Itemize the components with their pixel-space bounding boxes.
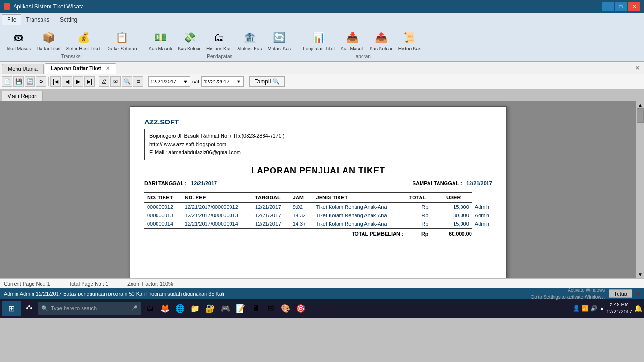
cell-total: 30,000 xyxy=(444,211,472,220)
toolbar-btn-refresh[interactable]: 🔄 xyxy=(25,76,35,87)
cell-user: Admin xyxy=(472,220,492,229)
btn-daftar-setoran[interactable]: 📋 Daftar Setoran xyxy=(104,28,139,53)
maximize-button[interactable]: □ xyxy=(615,2,627,11)
th-tanggal: TANGGAL xyxy=(252,192,290,203)
close-icon-bottom: ✕ xyxy=(636,291,640,297)
taskbar-left: ⊞ 🔍 Type here to search 🎤 🗂 🦊 🌐 📁 🔐 🎮 📝 … xyxy=(2,301,307,316)
report-address: Bojonegoro Jl. Basuki Rahmat No.7 Tlp.(0… xyxy=(149,132,487,140)
taskbar-app-5[interactable]: 🔐 xyxy=(204,302,217,315)
date-from-input[interactable]: 12/21/2017 ▼ xyxy=(148,76,190,87)
taskbar-app-1[interactable]: 🗂 xyxy=(143,302,157,315)
taskbar-app-3[interactable]: 🌐 xyxy=(173,302,187,315)
search-icon: 🔍 xyxy=(272,78,280,85)
daftar-setoran-icon: 📋 xyxy=(113,29,130,46)
toolbar-btn-more[interactable]: ≡ xyxy=(133,76,143,87)
notification-icon[interactable]: 🔔 xyxy=(634,304,642,312)
toolbar-btn-save[interactable]: 💾 xyxy=(13,76,24,87)
btn-penjualan-tiket[interactable]: 📊 Penjualan Tiket xyxy=(301,28,337,53)
zoom-factor: Zoom Factor: 100% xyxy=(127,281,173,287)
btn-historis-kas[interactable]: 🗂 Historis Kas xyxy=(205,28,233,53)
cell-tanggal: 12/21/2017 xyxy=(252,211,290,220)
cell-currency: Rp xyxy=(406,211,444,220)
btn-tampil[interactable]: Tampil 🔍 xyxy=(249,76,285,87)
btn-kas-keluar[interactable]: 💸 Kas Keluar xyxy=(176,28,203,53)
content-area: AZZ.SOFT Bojonegoro Jl. Basuki Rahmat No… xyxy=(0,101,644,278)
menu-setting[interactable]: Setting xyxy=(55,15,82,25)
date-to-input[interactable]: 12/21/2017 ▼ xyxy=(201,76,244,87)
close-button[interactable]: ✕ xyxy=(628,2,640,11)
toolbar-btn-first[interactable]: |◀ xyxy=(50,76,61,87)
taskbar-app-10[interactable]: 🎨 xyxy=(279,302,292,315)
btn-alokasi-kas[interactable]: 🏦 Alokasi Kas xyxy=(235,28,264,53)
taskbar-app-8[interactable]: 🖥 xyxy=(249,302,262,315)
tabs-close-all[interactable]: ✕ xyxy=(631,63,644,74)
report-date-from: DARI TANGGAL : 12/21/2017 xyxy=(144,181,217,186)
toolbar-btn-next[interactable]: ▶ xyxy=(73,76,83,87)
main-report-tab-label[interactable]: Main Report xyxy=(2,91,43,101)
histori-kas-icon: 📜 xyxy=(401,29,418,46)
btn-mutasi-kas[interactable]: 🔄 Mutasi Kas xyxy=(266,28,293,53)
mutasi-kas-icon: 🔄 xyxy=(271,29,288,46)
taskbar-right: 👤 📶 🔊 ▲ 2:49 PM 12/21/2017 🔔 xyxy=(573,301,642,316)
kas-masuk-icon: 💵 xyxy=(152,29,169,46)
tab-menu-utama[interactable]: Menu Utama xyxy=(2,64,44,74)
setor-label: Setor Hasil Tiket xyxy=(66,46,101,52)
cell-jam: 14:32 xyxy=(290,211,314,220)
menu-file[interactable]: File xyxy=(2,14,21,25)
vertical-scrollbar[interactable]: ▲ ▼ xyxy=(636,101,644,278)
kas-keluar-lap-icon: 📤 xyxy=(372,29,389,46)
tab-close-icon[interactable]: ✕ xyxy=(106,66,110,71)
start-button[interactable]: ⊞ xyxy=(2,301,21,316)
btn-histori-kas[interactable]: 📜 Histori Kas xyxy=(396,28,423,53)
taskbar-app-9[interactable]: ✉ xyxy=(264,302,277,315)
btn-setor-hasil-tiket[interactable]: 💰 Setor Hasil Tiket xyxy=(65,28,103,53)
app-icon xyxy=(4,3,10,10)
user-info: Admin Admin 12/21/2017 Batas penggunaan … xyxy=(4,291,224,296)
toolbar-btn-last[interactable]: ▶| xyxy=(84,76,95,87)
taskbar-search[interactable]: 🔍 Type here to search 🎤 xyxy=(38,302,141,315)
tabs-row: Menu Utama Laporan Daftar Tiket ✕ ✕ xyxy=(0,62,644,74)
penjualan-tiket-label: Penjualan Tiket xyxy=(303,46,335,52)
toolbar-btn-search[interactable]: 🔍 xyxy=(122,76,132,87)
taskbar-date: 12/21/2017 xyxy=(606,308,632,315)
toolbar-btn-prev[interactable]: ◀ xyxy=(62,76,72,87)
toolbar-btn-new[interactable]: 📄 xyxy=(2,76,12,87)
taskbar-clock[interactable]: 2:49 PM 12/21/2017 xyxy=(606,301,632,316)
svg-point-2 xyxy=(30,307,32,309)
taskbar-app-4[interactable]: 📁 xyxy=(189,302,202,315)
btn-kas-masuk[interactable]: 💵 Kas Masuk xyxy=(147,28,174,53)
toolbar-btn-settings[interactable]: ⚙ xyxy=(36,76,46,87)
taskbar-time: 2:49 PM xyxy=(606,301,632,308)
report-paper: AZZ.SOFT Bojonegoro Jl. Basuki Rahmat No… xyxy=(130,106,507,278)
taskbar-app-7[interactable]: 📝 xyxy=(234,302,247,315)
calendar-from-icon[interactable]: ▼ xyxy=(183,79,188,84)
taskbar-app-11[interactable]: 🎯 xyxy=(294,302,307,315)
taskbar-app-2[interactable]: 🦊 xyxy=(158,302,172,315)
toolbar-btn-print[interactable]: 🖨 xyxy=(99,76,109,87)
btn-kas-masuk-lap[interactable]: 📥 Kas Masuk xyxy=(339,28,365,53)
toolbar-btn-email[interactable]: ✉ xyxy=(110,76,121,87)
minimize-button[interactable]: ─ xyxy=(602,2,614,11)
btn-tiket-masuk[interactable]: 🎟 Tiket Masuk xyxy=(4,28,33,53)
report-scroll-area[interactable]: AZZ.SOFT Bojonegoro Jl. Basuki Rahmat No… xyxy=(0,101,636,278)
kas-masuk-lap-icon: 📥 xyxy=(344,29,361,46)
menu-transaksi[interactable]: Transaksi xyxy=(21,15,55,25)
btn-kas-keluar-lap[interactable]: 📤 Kas Keluar xyxy=(368,28,395,53)
total-currency: Rp xyxy=(406,228,444,238)
task-view-button[interactable] xyxy=(23,302,36,315)
cell-jenis-tiket: Tiket Kolam Renang Anak-Ana xyxy=(314,211,406,220)
total-page: Total Page No.: 1 xyxy=(69,281,108,287)
cell-tanggal: 12/21/2017 xyxy=(252,220,290,229)
tab-laporan-daftar-tiket[interactable]: Laporan Daftar Tiket ✕ xyxy=(45,63,116,74)
ribbon-group-label-transaksi: Transaksi xyxy=(61,54,82,59)
taskbar-show-hidden[interactable]: ▲ xyxy=(599,305,604,311)
scroll-up-btn[interactable]: ▲ xyxy=(637,101,644,108)
table-row: 000000013 12/21/2017/000000013 12/21/201… xyxy=(144,211,492,220)
scroll-down-btn[interactable]: ▼ xyxy=(637,271,644,278)
scroll-thumb[interactable] xyxy=(637,108,644,123)
th-jenis-tiket: JENIS TIKET xyxy=(314,192,406,203)
btn-tutup[interactable]: Tutup xyxy=(609,289,632,298)
btn-daftar-tiket[interactable]: 📦 Daftar Tiket xyxy=(35,28,63,53)
calendar-to-icon[interactable]: ▼ xyxy=(236,79,241,84)
taskbar-app-6[interactable]: 🎮 xyxy=(219,302,232,315)
